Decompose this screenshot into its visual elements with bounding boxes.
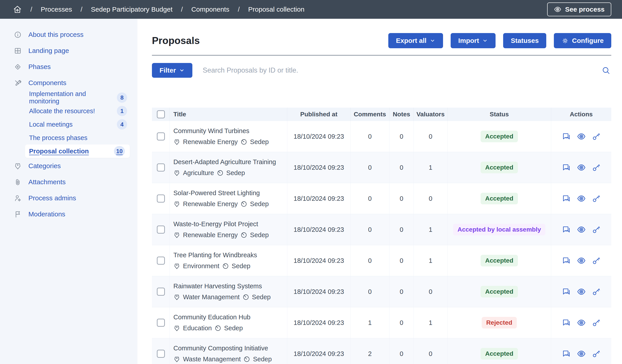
published-at-cell: 18/10/2024 09:23 xyxy=(287,121,350,152)
scope-icon xyxy=(240,231,247,238)
answer-chat-icon[interactable] xyxy=(562,318,571,327)
sidebar-subitem-implementation[interactable]: Implementation and monitoring 8 xyxy=(0,91,137,104)
sidebar-item-process-admins[interactable]: Process admins xyxy=(0,190,137,206)
sidebar-item-phases[interactable]: Phases xyxy=(0,59,137,75)
import-button[interactable]: Import xyxy=(451,33,496,48)
comments-count: 0 xyxy=(350,245,389,276)
permissions-key-icon[interactable] xyxy=(592,225,601,234)
preview-eye-icon[interactable] xyxy=(577,163,586,172)
breadcrumb-processes[interactable]: Processes xyxy=(41,6,72,13)
permissions-key-icon[interactable] xyxy=(592,163,601,172)
configure-button[interactable]: Configure xyxy=(554,33,611,48)
proposal-title-link[interactable]: Desert-Adapted Agriculture Training xyxy=(173,158,276,166)
sidebar-item-label: Phases xyxy=(28,63,51,71)
row-checkbox[interactable] xyxy=(157,257,165,265)
answer-chat-icon[interactable] xyxy=(562,349,571,358)
scope-icon xyxy=(243,356,250,363)
count-badge: 4 xyxy=(117,119,127,130)
answer-chat-icon[interactable] xyxy=(562,163,571,172)
row-checkbox[interactable] xyxy=(157,319,165,327)
preview-eye-icon[interactable] xyxy=(577,349,586,358)
row-checkbox[interactable] xyxy=(157,350,165,358)
sidebar-item-moderations[interactable]: Moderations xyxy=(0,206,137,222)
proposal-meta: Renewable Energy Sedep xyxy=(173,200,269,208)
permissions-key-icon[interactable] xyxy=(592,132,601,141)
topbar: / Processes / Sedep Participatory Budget… xyxy=(0,0,622,19)
answer-chat-icon[interactable] xyxy=(562,256,571,265)
layout-icon xyxy=(14,47,22,55)
search-icon[interactable] xyxy=(602,65,611,75)
permissions-key-icon[interactable] xyxy=(592,256,601,265)
sidebar-item-categories[interactable]: Categories xyxy=(0,158,137,174)
statuses-button[interactable]: Statuses xyxy=(503,33,546,48)
sidebar-item-about[interactable]: About this process xyxy=(0,27,137,43)
scope-icon xyxy=(242,294,249,301)
answer-chat-icon[interactable] xyxy=(562,194,571,203)
proposal-category: Agriculture xyxy=(183,169,214,177)
sidebar-item-landing-page[interactable]: Landing page xyxy=(0,43,137,59)
filter-button[interactable]: Filter xyxy=(152,63,192,78)
breadcrumb-separator: / xyxy=(80,6,82,13)
answer-chat-icon[interactable] xyxy=(562,225,571,234)
permissions-key-icon[interactable] xyxy=(592,318,601,327)
row-checkbox[interactable] xyxy=(157,133,165,140)
preview-eye-icon[interactable] xyxy=(577,318,586,327)
flag-icon xyxy=(14,210,22,218)
page-title: Proposals xyxy=(152,35,200,46)
tag-icon xyxy=(173,138,180,145)
breadcrumb-separator: / xyxy=(238,6,239,13)
row-checkbox[interactable] xyxy=(157,194,165,203)
proposal-scope: Sedep xyxy=(252,293,271,301)
permissions-key-icon[interactable] xyxy=(592,349,601,358)
valuators-count: 1 xyxy=(414,214,447,245)
proposal-title-link[interactable]: Community Wind Turbines xyxy=(173,127,249,135)
answer-chat-icon[interactable] xyxy=(562,287,571,296)
select-all-checkbox[interactable] xyxy=(157,110,165,118)
permissions-key-icon[interactable] xyxy=(592,287,601,296)
proposals-table: Title Published at Comments Notes Valuat… xyxy=(152,108,611,364)
sidebar-item-components[interactable]: Components xyxy=(0,75,137,91)
row-checkbox[interactable] xyxy=(157,226,165,234)
search-input[interactable] xyxy=(203,66,602,74)
status-badge: Accepted xyxy=(481,162,518,173)
home-icon[interactable] xyxy=(13,5,22,14)
proposal-meta: Agriculture Sedep xyxy=(173,169,245,177)
proposal-title-link[interactable]: Community Education Hub xyxy=(173,313,251,321)
valuators-count: 1 xyxy=(414,245,447,276)
permissions-key-icon[interactable] xyxy=(592,194,601,203)
sidebar-subitem-process-phases[interactable]: The process phases xyxy=(0,131,137,144)
breadcrumb-components[interactable]: Components xyxy=(191,6,229,13)
row-checkbox[interactable] xyxy=(157,288,165,296)
proposal-title-link[interactable]: Solar-Powered Street Lighting xyxy=(173,189,260,197)
breadcrumb-proposal-collection[interactable]: Proposal collection xyxy=(248,6,305,13)
sidebar-subitem-label: Proposal collection xyxy=(29,148,89,155)
proposal-title-link[interactable]: Waste-to-Energy Pilot Project xyxy=(173,220,258,228)
preview-eye-icon[interactable] xyxy=(577,132,586,141)
export-all-label: Export all xyxy=(396,37,427,44)
proposals-table-header: Title Published at Comments Notes Valuat… xyxy=(152,108,611,121)
sidebar-item-attachments[interactable]: Attachments xyxy=(0,174,137,190)
table-row: Waste-to-Energy Pilot Project Renewable … xyxy=(152,214,611,245)
see-process-label: See process xyxy=(565,6,604,13)
breadcrumb-process-name[interactable]: Sedep Participatory Budget xyxy=(91,6,173,13)
published-at-cell: 18/10/2024 09:23 xyxy=(287,245,350,276)
export-all-button[interactable]: Export all xyxy=(388,33,443,48)
answer-chat-icon[interactable] xyxy=(562,132,571,141)
sidebar-item-label: Process admins xyxy=(28,194,76,202)
preview-eye-icon[interactable] xyxy=(577,256,586,265)
row-checkbox[interactable] xyxy=(157,163,165,172)
breadcrumb-separator: / xyxy=(30,6,32,13)
valuators-count: 0 xyxy=(414,338,447,364)
sidebar-item-label: About this process xyxy=(28,31,84,38)
sidebar-subitem-local-meetings[interactable]: Local meetings 4 xyxy=(0,118,137,131)
proposal-title-link[interactable]: Rainwater Harvesting Systems xyxy=(173,283,262,290)
preview-eye-icon[interactable] xyxy=(577,225,586,234)
see-process-button[interactable]: See process xyxy=(547,2,611,16)
proposal-title-link[interactable]: Tree Planting for Windbreaks xyxy=(173,251,257,259)
proposal-title-link[interactable]: Community Composting Initiative xyxy=(173,345,268,352)
preview-eye-icon[interactable] xyxy=(577,287,586,296)
sidebar-item-label: Landing page xyxy=(28,47,69,55)
preview-eye-icon[interactable] xyxy=(577,194,586,203)
sidebar-subitem-allocate[interactable]: Allocate the resources! 1 xyxy=(0,104,137,118)
sidebar-subitem-proposal-collection[interactable]: Proposal collection 10 xyxy=(25,144,130,158)
